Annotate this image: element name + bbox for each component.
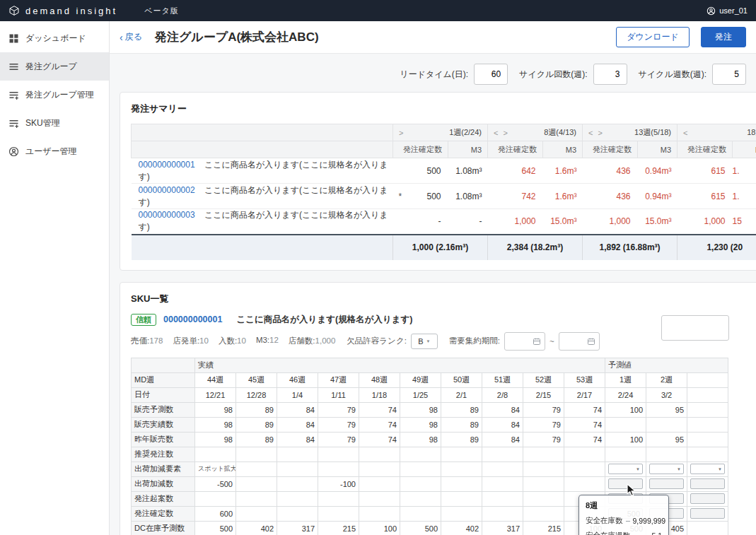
m3-value: 0.94m³ <box>645 166 671 176</box>
download-button[interactable]: ダウンロード <box>616 27 690 47</box>
cell-value: 12/28 <box>247 391 267 399</box>
order-summary-card: 発注サマリー <box>120 92 756 271</box>
sku-code-link[interactable]: 000000000001 <box>139 160 195 170</box>
corner-cell <box>132 358 195 372</box>
week-label: 18週( <box>747 127 756 138</box>
week-group-header: < > 8週(4/13) <box>488 124 583 141</box>
m3-value: 1. <box>733 166 756 176</box>
cell-value: 500 <box>220 524 233 533</box>
qty-value: 642 <box>521 166 535 176</box>
qty-value: 1,000 <box>514 216 535 226</box>
week-nav-arrows[interactable]: < <box>683 129 689 137</box>
cell-value: 98 <box>224 421 233 429</box>
m3-value: 1.6m³ <box>555 192 577 201</box>
trust-badge: 信頼 <box>131 314 156 326</box>
summary-total-value: 2,384 (18.2m³) <box>488 235 583 260</box>
actual-group-header: 実績 <box>195 358 605 372</box>
sku-code[interactable]: 000000000001 <box>163 314 222 324</box>
week-label: 1週(2/24) <box>449 127 482 138</box>
cell-value: 98 <box>224 406 233 414</box>
empty-input-box[interactable] <box>661 315 729 341</box>
stat-item: 店発単:10 <box>173 336 209 346</box>
m3-value: 1.6m³ <box>555 166 577 176</box>
row-label: 出荷加減要素 <box>132 461 195 476</box>
row-label: DC在庫予測数 <box>132 521 195 535</box>
param-input[interactable] <box>712 64 746 85</box>
week-nav-arrows[interactable]: < > <box>588 129 604 137</box>
week-nav-arrows[interactable]: > <box>399 129 405 137</box>
param-input[interactable] <box>593 64 627 85</box>
sidebar-item-dashboard[interactable]: ダッシュボード <box>0 24 109 52</box>
sku-table-row: 出荷加減要素 スポット拡大 <box>132 461 728 476</box>
cell-value: 402 <box>261 524 274 533</box>
cell-value: 98 <box>429 421 438 429</box>
week-group-header: < > 13週(5/18) <box>583 124 678 141</box>
tooltip-value: 9,999,999 <box>633 517 666 525</box>
period-start-input[interactable] <box>504 332 545 351</box>
period-end-input[interactable] <box>559 332 600 351</box>
row-label: 発注起案数 <box>132 491 195 506</box>
qty-column-header: 発注確定数 <box>393 141 448 158</box>
week-nav-arrows[interactable]: < > <box>494 129 509 137</box>
cell-value: 98 <box>429 406 438 414</box>
cell-value[interactable] <box>608 478 643 489</box>
sku-name: ここに商品名が入ります(規格名が入ります) <box>236 314 412 326</box>
sidebar-item-order-group-manage[interactable]: 発注グループ管理 <box>0 81 109 109</box>
cell-value[interactable] <box>608 464 643 474</box>
sku-code-link[interactable]: 000000000002 <box>139 185 195 195</box>
cell-value: 74 <box>593 406 602 414</box>
summary-row: 000000000003 ここに商品名が入ります(ここに規格名が入ります) - <box>132 209 756 235</box>
sku-table-row: 販売予測数 98 89 <box>132 402 728 417</box>
cell-value: 2/24 <box>618 391 633 399</box>
sku-list-title: SKU一覧 <box>131 293 756 305</box>
sku-code-link[interactable]: 000000000003 <box>139 210 195 220</box>
cell-value: 317 <box>302 524 315 533</box>
rank-select[interactable]: B ▼ <box>411 334 438 349</box>
cell-value[interactable] <box>649 464 684 474</box>
cell-value: 2/1 <box>456 391 467 399</box>
cell-value[interactable] <box>690 508 725 519</box>
summary-total-row: 1,000 (2.16m³) 2,384 (18.2m³) 1,892 (16.… <box>132 235 756 260</box>
person-icon <box>8 146 19 157</box>
week-label: 13週(5/18) <box>634 127 671 138</box>
summary-week-header-row: > 1週(2/24) < > 8週(4/13) <box>132 124 756 141</box>
beta-badge: ベータ版 <box>144 6 179 16</box>
user-menu[interactable]: user_01 <box>706 6 748 16</box>
cell-value: 84 <box>511 435 520 444</box>
cell-value: 1/4 <box>292 391 303 399</box>
stat-value: 178 <box>149 336 163 345</box>
cell-value[interactable] <box>690 478 725 489</box>
row-label: 販売実績数 <box>132 417 195 432</box>
cell-value: 49週 <box>412 375 429 384</box>
stat-item: 売価:178 <box>131 336 163 346</box>
back-label: 戻る <box>125 31 142 43</box>
qty-value: 615 <box>711 166 726 176</box>
stat-value: 1,000 <box>315 336 336 345</box>
cell-value: 402 <box>466 524 479 533</box>
note-asterisk: * <box>393 192 402 201</box>
sidebar-item-user-manage[interactable]: ユーザー管理 <box>0 137 109 165</box>
cell-value: 84 <box>306 435 315 444</box>
cell-value: 100 <box>384 524 397 533</box>
param-input[interactable] <box>474 64 508 85</box>
cell-value: 100 <box>630 406 643 414</box>
order-button[interactable]: 発注 <box>701 27 746 47</box>
tooltip-lines: 安全在庫数 9,999,999 安全在庫週数 5.1 <box>586 516 662 535</box>
cell-value: 53週 <box>576 375 593 384</box>
cell-value[interactable] <box>690 493 725 504</box>
cell-value[interactable] <box>690 464 725 474</box>
back-link[interactable]: ‹ 戻る <box>120 31 142 43</box>
m3-value: 15 <box>733 216 756 226</box>
cell-value: 1/11 <box>331 391 346 399</box>
select-caret-icon: ▼ <box>426 339 431 343</box>
qty-value: 436 <box>617 166 631 176</box>
cell-value: 405 <box>671 524 684 533</box>
cell-value: 74 <box>388 435 397 444</box>
cell-value: 89 <box>265 435 274 444</box>
sidebar-item-sku-manage[interactable]: SKU管理 <box>0 109 109 137</box>
page-header: ‹ 戻る 発注グループA(株式会社ABC) ダウンロード 発注 <box>110 21 756 54</box>
qty-value: 1,000 <box>704 216 726 226</box>
cell-value: スポット拡大 <box>198 464 233 474</box>
cell-value[interactable] <box>649 478 684 489</box>
sidebar-item-order-group[interactable]: 発注グループ <box>0 52 109 81</box>
